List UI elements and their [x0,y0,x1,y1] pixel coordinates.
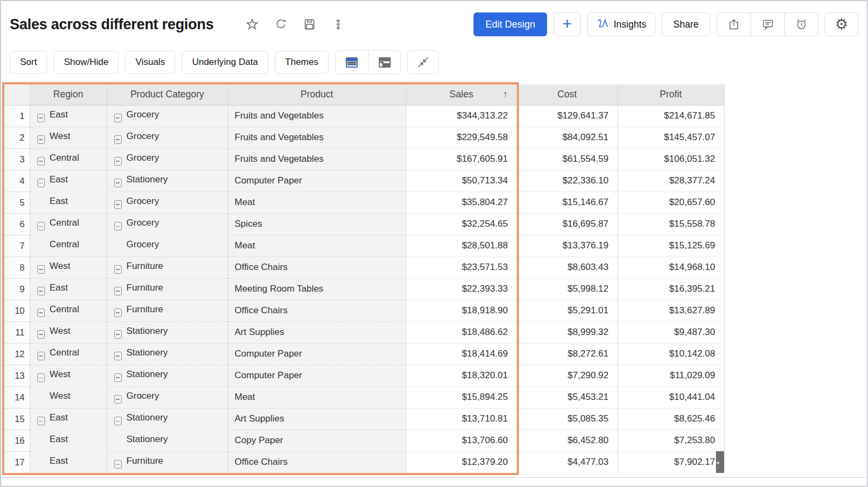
collapse-group-icon[interactable] [114,222,122,231]
cost-cell[interactable]: $5,291.01 [517,300,617,321]
product-cell[interactable]: Meat [228,386,406,408]
themes-button[interactable]: Themes [275,51,328,74]
collapse-group-icon[interactable] [37,330,45,339]
grouped-table-view-icon[interactable] [368,51,400,74]
sales-cell[interactable]: $18,486.62 [406,321,517,343]
category-cell[interactable]: Grocery [107,213,228,235]
profit-cell[interactable]: $20,657.60 [617,192,724,213]
product-cell[interactable]: Art Supplies [228,408,406,430]
sales-cell[interactable]: $22,393.33 [406,278,517,300]
product-cell[interactable]: Computer Paper [228,170,406,192]
region-cell[interactable]: East [30,430,107,451]
cost-cell[interactable]: $15,146.67 [517,192,617,213]
row-number-cell[interactable]: 10 [4,300,30,321]
comments-icon[interactable] [751,13,784,36]
category-cell[interactable]: Stationery [107,430,228,451]
row-number-cell[interactable]: 9 [4,278,30,300]
region-cell[interactable]: Central [30,343,107,365]
region-cell[interactable]: East [30,192,107,213]
sort-ascending-icon[interactable]: ↑ [503,89,508,100]
row-number-cell[interactable]: 12 [4,343,30,365]
cost-cell[interactable]: $16,695.87 [517,213,617,235]
more-options-icon[interactable] [331,17,345,31]
row-number-cell[interactable]: 5 [4,192,30,213]
product-cell[interactable]: Office Chairs [228,451,406,473]
cost-cell[interactable]: $6,452.80 [517,430,617,451]
cost-cell[interactable]: $8,999.32 [517,321,617,343]
product-cell[interactable]: Fruits and Vegetables [228,127,406,148]
category-cell[interactable]: Grocery [107,148,228,170]
cost-cell[interactable]: $4,477.03 [517,451,617,473]
profit-cell[interactable]: $10,142.08 [617,343,724,365]
region-cell[interactable]: Central [30,300,107,321]
profit-cell[interactable]: $14,968.10 [617,256,724,278]
horizontal-scroll-handle[interactable]: ◂ [716,451,724,473]
profit-cell[interactable]: $7,902.17 [617,451,724,473]
column-header-cost[interactable]: Cost [517,84,617,105]
row-number-cell[interactable]: 8 [4,256,30,278]
sales-cell[interactable]: $32,254.65 [406,213,517,235]
sales-cell[interactable]: $18,414.69 [406,343,517,365]
row-number-cell[interactable]: 2 [4,127,30,148]
region-cell[interactable]: East [30,105,107,127]
collapse-group-icon[interactable] [37,179,45,187]
profit-cell[interactable]: $15,125.69 [617,235,724,256]
cost-cell[interactable]: $13,376.19 [517,235,617,256]
category-cell[interactable]: Furniture [107,451,228,473]
collapse-group-icon[interactable] [37,417,45,425]
collapse-group-icon[interactable] [114,352,122,360]
collapse-group-icon[interactable] [114,179,122,187]
region-cell[interactable]: East [30,408,107,430]
profit-cell[interactable]: $106,051.32 [617,148,724,170]
sales-cell[interactable]: $50,713.34 [406,170,517,192]
column-header-product-category[interactable]: Product Category [107,84,228,105]
region-cell[interactable]: Central [30,213,107,235]
collapse-group-icon[interactable] [114,395,122,404]
alerts-icon[interactable] [784,13,818,36]
region-cell[interactable]: West [30,386,107,408]
sales-cell[interactable]: $344,313.22 [406,105,517,127]
collapse-group-icon[interactable] [114,417,122,425]
product-cell[interactable]: Computer Paper [228,343,406,365]
row-number-cell[interactable]: 17 [4,451,30,473]
region-cell[interactable]: West [30,365,107,386]
region-cell[interactable]: Central [30,148,107,170]
table-view-icon[interactable] [336,51,368,74]
row-number-cell[interactable]: 1 [4,105,30,127]
product-cell[interactable]: Office Chairs [228,300,406,321]
collapse-group-icon[interactable] [114,330,122,339]
region-cell[interactable]: West [30,127,107,148]
column-header-product[interactable]: Product [228,84,406,105]
collapse-group-icon[interactable] [114,308,122,317]
cost-cell[interactable]: $61,554.59 [517,148,617,170]
profit-cell[interactable]: $7,253.80 [617,430,724,451]
profit-cell[interactable]: $214,671.85 [617,105,724,127]
sales-cell[interactable]: $35,804.27 [406,192,517,213]
profit-cell[interactable]: $16,395.21 [617,278,724,300]
row-number-cell[interactable]: 4 [4,170,30,192]
row-number-cell[interactable]: 14 [4,386,30,408]
product-cell[interactable]: Meat [228,192,406,213]
export-icon[interactable] [717,13,751,36]
cost-cell[interactable]: $5,453.21 [517,386,617,408]
cost-cell[interactable]: $8,272.61 [517,343,617,365]
collapse-group-icon[interactable] [37,373,45,382]
cost-cell[interactable]: $84,092.51 [517,127,617,148]
profit-cell[interactable]: $15,558.78 [617,213,724,235]
cost-cell[interactable]: $5,085.35 [517,408,617,430]
visuals-button[interactable]: Visuals [125,51,175,74]
region-cell[interactable]: West [30,321,107,343]
profit-cell[interactable]: $145,457.07 [617,127,724,148]
category-cell[interactable]: Grocery [107,127,228,148]
profit-cell[interactable]: $8,625.46 [617,408,724,430]
collapse-group-icon[interactable] [114,114,122,122]
save-icon[interactable] [303,17,317,31]
row-number-cell[interactable]: 13 [4,365,30,386]
category-cell[interactable]: Stationery [107,170,228,192]
product-cell[interactable]: Fruits and Vegetables [228,148,406,170]
profit-cell[interactable]: $13,627.89 [617,300,724,321]
sales-cell[interactable]: $229,549.58 [406,127,517,148]
category-cell[interactable]: Stationery [107,321,228,343]
row-number-cell[interactable]: 6 [4,213,30,235]
sales-cell[interactable]: $18,320.01 [406,365,517,386]
